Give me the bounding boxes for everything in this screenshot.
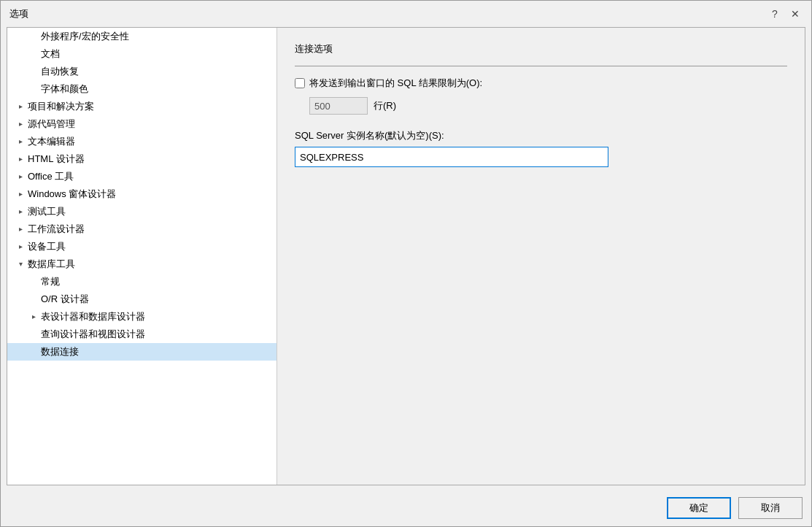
tree-item-label: 数据库工具 [28, 258, 75, 271]
help-button[interactable]: ? [767, 7, 782, 21]
dialog-footer: 确定 取消 [1, 491, 811, 526]
chevron-icon: ▸ [15, 153, 26, 165]
tree-item[interactable]: ▸设备工具 [7, 238, 277, 255]
title-bar-buttons: ? ✕ [767, 7, 803, 21]
chevron-icon: ▸ [28, 311, 39, 323]
tree-item-label: 字体和颜色 [41, 82, 88, 96]
dialog-title: 选项 [9, 7, 28, 20]
tree-item-label: Windows 窗体设计器 [28, 188, 116, 201]
tree-item-label: 设备工具 [28, 240, 66, 253]
tree-item[interactable]: ▸源代码管理 [7, 115, 277, 133]
tree-item-label: 工作流设计器 [28, 223, 85, 236]
rows-input-group: 行(R) [309, 97, 787, 115]
tree-item[interactable]: ▸文本编辑器 [7, 133, 277, 150]
title-bar: 选项 ? ✕ [1, 1, 811, 27]
tree-item[interactable]: ▸表设计器和数据库设计器 [7, 308, 277, 326]
chevron-icon: ▸ [15, 101, 26, 112]
tree-item[interactable]: 数据连接 [7, 343, 277, 361]
section-separator [295, 66, 787, 66]
tree-item-label: 表设计器和数据库设计器 [41, 310, 145, 323]
tree-item[interactable]: 文档 [7, 45, 277, 63]
tree-item[interactable]: ▸测试工具 [7, 203, 277, 220]
tree-item-label: 自动恢复 [41, 65, 79, 78]
close-button[interactable]: ✕ [788, 7, 803, 21]
ok-button[interactable]: 确定 [667, 497, 731, 519]
tree-item[interactable]: 查询设计器和视图设计器 [7, 326, 277, 343]
tree-item-label: 查询设计器和视图设计器 [41, 328, 145, 341]
instance-input[interactable] [295, 147, 608, 167]
instance-label: SQL Server 实例名称(默认为空)(S): [295, 129, 787, 142]
sql-limit-label: 将发送到输出窗口的 SQL 结果限制为(O): [309, 77, 482, 90]
tree-item[interactable]: 外接程序/宏的安全性 [7, 28, 277, 45]
tree-item-label: 项目和解决方案 [28, 100, 94, 113]
chevron-icon: ▸ [15, 188, 26, 200]
tree-item-label: 文本编辑器 [28, 135, 75, 148]
tree-item[interactable]: ▸Office 工具 [7, 168, 277, 185]
tree-item-label: 源代码管理 [28, 118, 75, 131]
tree-item[interactable]: 字体和颜色 [7, 80, 277, 98]
checkbox-row: 将发送到输出窗口的 SQL 结果限制为(O): [295, 77, 787, 90]
left-panel: 外接程序/宏的安全性文档自动恢复字体和颜色▸项目和解决方案▸源代码管理▸文本编辑… [7, 28, 277, 485]
tree-item[interactable]: ▸Windows 窗体设计器 [7, 185, 277, 203]
chevron-icon: ▸ [15, 136, 26, 147]
section-title: 连接选项 [295, 42, 787, 55]
tree-item-label: 数据连接 [41, 345, 79, 358]
chevron-icon: ▸ [15, 241, 26, 253]
tree-item-label: 测试工具 [28, 205, 66, 218]
options-dialog: 选项 ? ✕ 外接程序/宏的安全性文档自动恢复字体和颜色▸项目和解决方案▸源代码… [0, 0, 812, 527]
rows-input[interactable] [309, 97, 368, 115]
tree-item-label: 常规 [41, 275, 60, 288]
dialog-body: 外接程序/宏的安全性文档自动恢复字体和颜色▸项目和解决方案▸源代码管理▸文本编辑… [7, 27, 805, 485]
tree-container[interactable]: 外接程序/宏的安全性文档自动恢复字体和颜色▸项目和解决方案▸源代码管理▸文本编辑… [7, 28, 277, 485]
tree-item[interactable]: ▸工作流设计器 [7, 220, 277, 238]
tree-item[interactable]: ▸项目和解决方案 [7, 98, 277, 115]
tree-item-label: HTML 设计器 [28, 153, 85, 166]
tree-item[interactable]: ▾数据库工具 [7, 255, 277, 273]
tree-item[interactable]: 自动恢复 [7, 63, 277, 80]
rows-label: 行(R) [374, 99, 396, 112]
tree-item-label: Office 工具 [28, 170, 74, 183]
cancel-button[interactable]: 取消 [738, 497, 803, 519]
tree-item-label: O/R 设计器 [41, 293, 89, 306]
chevron-icon: ▸ [15, 206, 26, 218]
chevron-icon: ▸ [15, 171, 26, 182]
sql-limit-checkbox[interactable] [295, 78, 305, 88]
tree-item[interactable]: ▸HTML 设计器 [7, 150, 277, 168]
right-panel: 连接选项 将发送到输出窗口的 SQL 结果限制为(O): 行(R) SQL Se… [277, 28, 805, 485]
tree-item[interactable]: 常规 [7, 273, 277, 291]
tree-item-label: 文档 [41, 47, 60, 61]
chevron-icon: ▸ [15, 223, 26, 235]
chevron-icon: ▾ [15, 258, 26, 270]
chevron-icon: ▸ [15, 118, 26, 130]
tree-item[interactable]: O/R 设计器 [7, 291, 277, 308]
tree-item-label: 外接程序/宏的安全性 [41, 30, 129, 43]
